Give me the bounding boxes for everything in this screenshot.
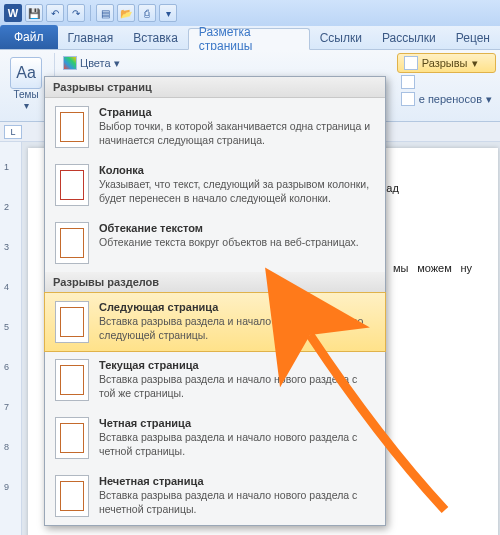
themes-button[interactable]: Aa Темы ▾ [4, 53, 48, 115]
tab-file[interactable]: Файл [0, 25, 58, 49]
qat-separator [90, 5, 91, 21]
continuous-section-icon [55, 359, 89, 401]
dropdown-icon: ▾ [472, 57, 478, 70]
qat-redo-button[interactable]: ↷ [67, 4, 85, 22]
gallery-item-odd-page[interactable]: Нечетная страница Вставка разрыва раздел… [45, 467, 385, 525]
gallery-item-desc: Вставка разрыва раздела и начало нового … [99, 489, 375, 516]
next-page-section-icon [55, 301, 89, 343]
ruler-tick: 6 [4, 362, 9, 372]
qat-open-button[interactable]: 📂 [117, 4, 135, 22]
ruler-tick: 9 [4, 482, 9, 492]
gallery-item-title: Текущая страница [99, 359, 375, 371]
odd-page-section-icon [55, 475, 89, 517]
title-bar: W 💾 ↶ ↷ ▤ 📂 ⎙ ▾ [0, 0, 500, 26]
qat-save-button[interactable]: 💾 [25, 4, 43, 22]
dropdown-icon: ▾ [24, 100, 29, 111]
gallery-item-desc: Обтекание текста вокруг объектов на веб-… [99, 236, 375, 250]
qat-undo-button[interactable]: ↶ [46, 4, 64, 22]
page-setup-group: Разрывы ▾ е переносов ▾ [397, 53, 496, 118]
breaks-gallery: Разрывы страниц Страница Выбор точки, в … [44, 76, 386, 526]
line-numbers-button[interactable] [397, 74, 496, 90]
gallery-header-page-breaks: Разрывы страниц [45, 77, 385, 98]
gallery-item-text-wrap[interactable]: Обтекание текстом Обтекание текста вокру… [45, 214, 385, 272]
column-break-icon [55, 164, 89, 206]
text-wrap-break-icon [55, 222, 89, 264]
gallery-item-text: Нечетная страница Вставка разрыва раздел… [99, 475, 375, 517]
dropdown-icon: ▾ [486, 93, 492, 106]
gallery-item-title: Колонка [99, 164, 375, 176]
hyphenation-icon [401, 92, 415, 106]
page-break-icon [55, 106, 89, 148]
gallery-item-desc: Указывает, что текст, следующий за разры… [99, 178, 375, 205]
gallery-header-section-breaks: Разрывы разделов [45, 272, 385, 293]
tab-home[interactable]: Главная [58, 27, 124, 49]
qat-print-button[interactable]: ⎙ [138, 4, 156, 22]
vertical-ruler: 1 2 3 4 5 6 7 8 9 [0, 142, 22, 535]
ruler-tick: 2 [4, 202, 9, 212]
ribbon-tabs: Файл Главная Вставка Разметка страницы С… [0, 26, 500, 50]
themes-label: Темы [13, 89, 38, 100]
gallery-item-text: Четная страница Вставка разрыва раздела … [99, 417, 375, 459]
breaks-icon [404, 56, 418, 70]
ruler-corner: L [4, 125, 22, 139]
qat-new-button[interactable]: ▤ [96, 4, 114, 22]
gallery-item-title: Нечетная страница [99, 475, 375, 487]
gallery-item-title: Страница [99, 106, 375, 118]
ruler-tick: 5 [4, 322, 9, 332]
breaks-button[interactable]: Разрывы ▾ [397, 53, 496, 73]
ruler-tick: 4 [4, 282, 9, 292]
dropdown-icon: ▾ [114, 57, 120, 70]
gallery-item-text: Следующая страница Вставка разрыва разде… [99, 301, 375, 343]
gallery-item-title: Обтекание текстом [99, 222, 375, 234]
themes-icon: Aa [10, 57, 42, 89]
gallery-item-desc: Выбор точки, в которой заканчивается одн… [99, 120, 375, 147]
tab-page-layout[interactable]: Разметка страницы [188, 28, 310, 50]
tab-insert[interactable]: Вставка [123, 27, 188, 49]
line-numbers-icon [401, 75, 415, 89]
word-app-icon: W [4, 4, 22, 22]
gallery-item-text: Текущая страница Вставка разрыва раздела… [99, 359, 375, 401]
ruler-tick: 1 [4, 162, 9, 172]
gallery-item-next-page[interactable]: Следующая страница Вставка разрыва разде… [44, 292, 386, 352]
even-page-section-icon [55, 417, 89, 459]
gallery-item-desc: Вставка разрыва раздела и начало нового … [99, 373, 375, 400]
tab-references[interactable]: Ссылки [310, 27, 372, 49]
gallery-item-text: Обтекание текстом Обтекание текста вокру… [99, 222, 375, 264]
colors-button[interactable]: Цвета ▾ [59, 53, 124, 73]
colors-label: Цвета [80, 57, 111, 69]
gallery-item-text: Страница Выбор точки, в которой заканчив… [99, 106, 375, 148]
gallery-item-desc: Вставка разрыва раздела и начало нового … [99, 315, 375, 342]
tab-mailings[interactable]: Рассылки [372, 27, 446, 49]
gallery-item-title: Четная страница [99, 417, 375, 429]
gallery-item-page[interactable]: Страница Выбор точки, в которой заканчив… [45, 98, 385, 156]
ruler-tick: 8 [4, 442, 9, 452]
gallery-item-title: Следующая страница [99, 301, 375, 313]
hyphenation-button[interactable]: е переносов ▾ [397, 91, 496, 107]
ruler-tick: 7 [4, 402, 9, 412]
tab-review[interactable]: Рецен [446, 27, 500, 49]
colors-icon [63, 56, 77, 70]
gallery-item-even-page[interactable]: Четная страница Вставка разрыва раздела … [45, 409, 385, 467]
qat-customize-button[interactable]: ▾ [159, 4, 177, 22]
gallery-item-continuous[interactable]: Текущая страница Вставка разрыва раздела… [45, 351, 385, 409]
gallery-item-desc: Вставка разрыва раздела и начало нового … [99, 431, 375, 458]
gallery-item-text: Колонка Указывает, что текст, следующий … [99, 164, 375, 206]
hyphenation-label: е переносов [419, 93, 482, 105]
ruler-tick: 3 [4, 242, 9, 252]
breaks-label: Разрывы [422, 57, 468, 69]
gallery-item-column[interactable]: Колонка Указывает, что текст, следующий … [45, 156, 385, 214]
